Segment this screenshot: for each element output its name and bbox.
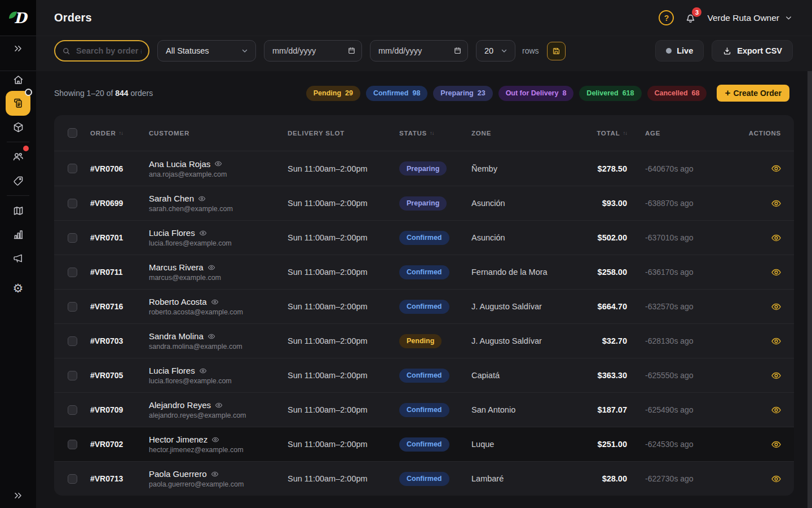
status-filter-chip[interactable]: Pending 29 (306, 86, 360, 101)
gear-icon: ⚙ (13, 282, 24, 294)
sidebar-item-announcements[interactable] (8, 248, 28, 268)
order-age: -638870s ago (627, 199, 741, 208)
create-order-button[interactable]: + Create Order (717, 85, 789, 102)
view-order-button[interactable] (769, 161, 784, 176)
customer-view-icon[interactable] (211, 436, 219, 444)
column-header[interactable]: TOTAL ↑↓ (588, 130, 627, 137)
table-body: #VR0706 Ana Lucia Rojas ana.rojas@exampl… (54, 151, 794, 496)
zone: Asunción (471, 233, 588, 242)
row-checkbox[interactable] (68, 440, 77, 449)
page-size-value: 20 (484, 46, 493, 55)
table-row[interactable]: #VR0711 Marcus Rivera marcus@example.com… (54, 255, 794, 289)
user-menu[interactable]: Verde Ruta Owner (707, 13, 793, 23)
sidebar-expand-toggle[interactable] (8, 485, 28, 506)
customer-email: sandra.molina@example.com (149, 343, 288, 351)
customer-view-icon[interactable] (208, 264, 215, 271)
customer-name: Ana Lucia Rojas (149, 159, 210, 169)
date-from-input[interactable] (264, 40, 362, 62)
order-age: -624530s ago (627, 440, 741, 449)
live-status-dot (666, 48, 672, 54)
sidebar-item-analytics[interactable] (8, 224, 28, 244)
customer-view-icon[interactable] (211, 298, 219, 306)
status-chip-label: Preparing (440, 89, 473, 97)
status-chip-label: Pending (314, 89, 341, 97)
sidebar-item-customers[interactable] (8, 146, 28, 167)
sidebar-item-zones-map[interactable] (8, 200, 28, 221)
order-age: -632570s ago (627, 302, 741, 311)
status-filter-chip[interactable]: Cancelled 68 (647, 86, 707, 101)
row-checkbox[interactable] (68, 268, 77, 277)
app-logo[interactable]: D (0, 0, 36, 36)
main-content: Showing 1–20 of 844 orders Pending 29 Co… (36, 71, 812, 508)
customer-name: Hector Jimenez (149, 435, 208, 444)
save-view-button[interactable] (547, 42, 566, 60)
row-checkbox[interactable] (68, 474, 77, 484)
customer-view-icon[interactable] (208, 332, 215, 340)
table-row[interactable]: #VR0713 Paola Guerrero paola.guerrero@ex… (54, 461, 794, 496)
status-filter-chip[interactable]: Preparing 23 (433, 86, 492, 101)
orders-icon (12, 97, 24, 110)
table-row[interactable]: #VR0709 Alejandro Reyes alejandro.reyes@… (54, 392, 794, 427)
order-total: $28.00 (588, 474, 627, 483)
column-header[interactable]: ORDER ↑↓ (90, 130, 149, 137)
view-order-button[interactable] (769, 265, 784, 280)
customer-view-icon[interactable] (214, 160, 222, 168)
column-header[interactable]: STATUS ↑↓ (388, 130, 471, 137)
sidebar-item-products[interactable] (8, 117, 28, 137)
status-badge: Confirmed (399, 231, 449, 245)
row-checkbox[interactable] (68, 371, 77, 380)
row-checkbox[interactable] (68, 199, 77, 208)
eye-icon (771, 370, 782, 381)
view-order-button[interactable] (769, 196, 784, 211)
help-button[interactable]: ? (659, 10, 674, 25)
row-checkbox[interactable] (68, 164, 77, 173)
table-row[interactable]: #VR0705 Lucia Flores lucia.flores@exampl… (54, 358, 794, 392)
customer-view-icon[interactable] (215, 401, 223, 409)
delivery-slot: Sun 11:00am–2:00pm (288, 371, 388, 380)
view-order-button[interactable] (769, 368, 784, 383)
customer-view-icon[interactable] (211, 470, 219, 478)
status-filter-chip[interactable]: Confirmed 98 (366, 86, 427, 101)
double-chevron-right-icon (12, 43, 24, 54)
export-csv-button[interactable]: Export CSV (712, 40, 793, 62)
view-order-button[interactable] (769, 299, 784, 314)
question-mark-icon: ? (664, 14, 669, 23)
table-row[interactable]: #VR0702 Hector Jimenez hector.jimenez@ex… (54, 427, 794, 461)
order-id: #VR0701 (90, 233, 123, 242)
live-toggle-button[interactable]: Live (655, 40, 704, 62)
column-header-label: ACTIONS (749, 130, 781, 137)
sidebar-item-tags[interactable] (8, 170, 28, 191)
status-filter-chip[interactable]: Out for Delivery 8 (498, 86, 574, 101)
row-checkbox[interactable] (68, 302, 77, 312)
row-checkbox[interactable] (68, 405, 77, 415)
view-order-button[interactable] (769, 230, 784, 246)
sidebar-item-settings[interactable]: ⚙ (8, 278, 28, 298)
row-checkbox[interactable] (68, 233, 77, 243)
customer-view-icon[interactable] (199, 367, 207, 375)
view-order-button[interactable] (769, 334, 784, 349)
order-total: $502.00 (588, 233, 627, 242)
table-row[interactable]: #VR0699 Sarah Chen sarah.chen@example.co… (54, 186, 794, 220)
order-total: $664.70 (588, 302, 627, 311)
table-row[interactable]: #VR0716 Roberto Acosta roberto.acosta@ex… (54, 289, 794, 323)
view-order-button[interactable] (769, 402, 784, 418)
status-chip-count: 618 (623, 89, 634, 97)
sidebar-item-home[interactable] (8, 69, 28, 90)
select-all-checkbox[interactable] (68, 128, 77, 138)
row-checkbox[interactable] (68, 336, 77, 346)
table-row[interactable]: #VR0706 Ana Lucia Rojas ana.rojas@exampl… (54, 151, 794, 186)
page-size-select[interactable]: 20 (476, 40, 515, 62)
customer-view-icon[interactable] (198, 195, 206, 203)
view-order-button[interactable] (769, 437, 784, 452)
status-filter-select[interactable]: All Statuses (157, 40, 256, 62)
status-filter-chip[interactable]: Delivered 618 (579, 86, 641, 101)
scrollbar[interactable] (807, 71, 812, 508)
sidebar-item-orders[interactable] (6, 91, 30, 116)
table-row[interactable]: #VR0701 Lucia Flores lucia.flores@exampl… (54, 220, 794, 255)
sidebar-collapse-toggle[interactable] (8, 38, 28, 59)
date-to-input[interactable] (370, 40, 468, 62)
view-order-button[interactable] (769, 471, 784, 487)
notifications-button[interactable]: 3 (684, 11, 697, 24)
table-row[interactable]: #VR0703 Sandra Molina sandra.molina@exam… (54, 323, 794, 358)
customer-view-icon[interactable] (199, 229, 207, 237)
